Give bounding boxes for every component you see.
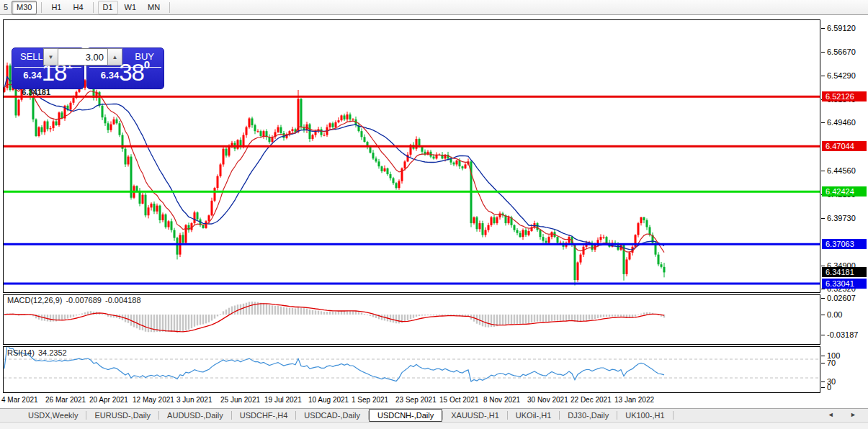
current-price-label: 6.34181 [822,267,867,277]
date-axis-label: 10 Aug 2021 [308,396,349,404]
macd-axis-tick-mark [821,315,825,315]
rsi-axis-tick: 0 [827,383,831,392]
buy-price-big: 38 [119,59,144,86]
tab-scroll-arrows[interactable]: ◄ ► [828,411,864,418]
tab-ukoil-h1[interactable]: UKOil-,H1 [508,409,560,422]
price-axis-tick-mark [821,266,825,266]
date-axis-label: 19 Jul 2021 [264,396,302,404]
volume-spinner: ▼ 3.00 ▲ [43,48,122,66]
macd-axis-tick: -0.03187 [827,330,858,339]
rsi-axis-tick-mark [821,356,825,356]
rsi-title: RSI(14) [7,348,35,357]
date-axis-label: 23 Sep 2021 [395,396,437,404]
toolbar-divider [169,2,170,13]
price-axis-tick: 6.54290 [827,71,856,80]
date-axis-label: 25 Jun 2021 [220,396,260,404]
price-axis-tick-mark [821,76,825,76]
macd-axis-tick: 0.02607 [827,294,856,302]
price-axis-tick: 6.44560 [827,166,856,175]
rsi-axis-tick-mark [821,387,825,388]
toolbar-divider [41,2,42,13]
price-level-label: 6.33041 [822,279,867,289]
date-axis-label: 4 Mar 2021 [1,396,38,404]
tab-usdcnh-daily[interactable]: USDCNH-,Daily [369,409,442,422]
date-axis-label: 30 Nov 2021 [527,396,568,404]
date-axis-label: 13 Jan 2022 [614,396,654,404]
price-level-label: 6.47044 [822,141,867,151]
buy-price-prefix: 6.34 [101,70,119,81]
macd-axis-tick-mark [821,335,825,335]
tab-uk100-h1[interactable]: UK100-,H1 [617,409,672,422]
status-strip [0,423,868,429]
rsi-axis-tick-mark [821,381,825,382]
macd-signal-value: -0.004188 [105,296,141,304]
price-axis-tick-mark [821,171,825,171]
volume-increase-button[interactable]: ▲ [107,48,122,66]
date-axis-label: 1 Sep 2021 [352,396,388,404]
price-axis-tick-mark [821,218,825,219]
one-click-trade-panel: SELL 6.34181 BUY 6.34380 ▼ 3.00 ▲ [12,48,164,89]
sell-price-prefix: 6.34 [23,70,41,81]
price-axis-tick-mark [821,289,825,289]
timeframe-button-m30[interactable]: M30 [12,1,37,14]
tab-usdx-weekly[interactable]: USDX,Weekly [20,409,86,422]
rsi-axis-tick-mark [821,363,825,363]
timeframe-button-w1[interactable]: W1 [120,1,142,14]
price-axis-tick-mark [821,122,825,123]
price-axis-tick: 6.59120 [827,24,856,32]
macd-indicator-label: MACD(12,26,9)-0.007689-0.004188 [7,296,145,304]
price-axis-tick: 6.39730 [827,214,856,222]
price-axis-tick: 6.49460 [827,118,856,127]
timeframe-button-mn[interactable]: MN [143,1,165,14]
price-axis-tick-mark [821,52,825,53]
tab-eurusd-daily[interactable]: EURUSD-,Daily [86,409,158,422]
rsi-indicator-label: RSI(14)34.2352 [7,348,71,357]
buy-price-pipette: 0 [144,58,150,71]
toolbar-divider [93,2,94,13]
price-level-label: 6.42424 [822,186,867,197]
date-axis-label: 26 Mar 2021 [45,396,86,404]
tab-separator [673,411,674,420]
tab-dj30-daily[interactable]: DJ30-,Daily [560,409,617,422]
timeframe-button-d1[interactable]: D1 [98,1,118,14]
macd-title: MACD(12,26,9) [7,296,62,304]
macd-axis-tick: 0.00 [827,310,842,319]
tab-audusd-daily[interactable]: AUDUSD-,Daily [159,409,231,422]
price-axis-tick: 6.56670 [827,48,856,56]
date-axis-label: 8 Nov 2021 [483,396,520,404]
volume-input[interactable]: 3.00 [58,48,107,66]
macd-main-value: -0.007689 [66,296,102,304]
date-axis-label: 15 Oct 2021 [439,396,478,404]
tab-usdchf-h4[interactable]: USDCHF-,H4 [232,409,296,422]
price-level-label: 6.52126 [822,91,867,101]
terminal-window: 5M30H1H4D1W1MN ▲ USDCNH-,Daily 6.34738 6… [0,0,868,429]
date-axis-label: 22 Dec 2021 [571,396,612,404]
date-axis-label: 3 Jun 2021 [176,396,212,404]
macd-axis-tick-mark [821,298,825,299]
timeframe-toolbar: 5M30H1H4D1W1MN [0,0,868,15]
rsi-value: 34.2352 [38,348,67,357]
symbol-tab-bar: USDX,WeeklyEURUSD-,DailyAUDUSD-,DailyUSD… [0,408,868,423]
date-axis-label: 20 Apr 2021 [89,396,128,404]
tab-usdcad-daily[interactable]: USDCAD-,Daily [296,409,368,422]
date-axis-label: 12 May 2021 [133,396,174,404]
price-level-label: 6.37063 [822,239,867,249]
timeframe-button-h1[interactable]: H1 [46,1,66,14]
timeframe-button-h4[interactable]: H4 [68,1,88,14]
volume-decrease-button[interactable]: ▼ [43,48,58,66]
price-axis-tick-mark [821,28,825,29]
tab-xauusd-h1[interactable]: XAUUSD-,H1 [443,409,507,422]
chart-window: ▲ USDCNH-,Daily 6.34738 6.35156 6.33670 … [0,15,868,408]
rsi-axis-tick: 70 [827,358,836,367]
timeframe-button-5[interactable]: 5 [1,1,10,14]
